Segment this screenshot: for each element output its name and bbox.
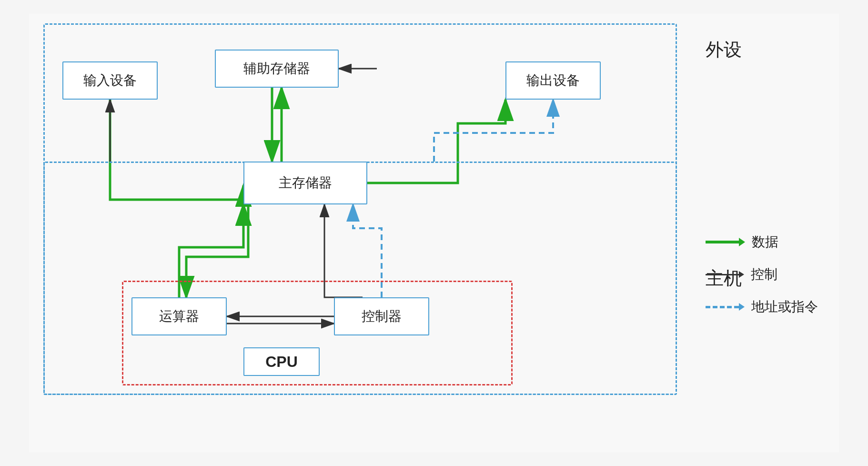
legend: 数据 控制 地址或指令 <box>706 233 818 316</box>
legend-addr-label: 地址或指令 <box>751 298 818 316</box>
waishhe-label: 外设 <box>706 38 742 62</box>
output-device-label: 输出设备 <box>526 71 580 90</box>
main-memory-label: 主存储器 <box>279 174 332 192</box>
main-memory-box: 主存储器 <box>243 162 367 204</box>
cpu-label-box: CPU <box>243 347 320 376</box>
legend-data-arrowhead <box>739 238 745 246</box>
diagram-container: 输入设备 辅助存储器 输出设备 主存储器 运算器 控制器 CPU 外设 主机 <box>29 14 839 452</box>
legend-control-label: 控制 <box>751 265 777 284</box>
legend-control-line <box>706 274 739 275</box>
input-device-box: 输入设备 <box>62 61 158 100</box>
aux-storage-box: 辅助存储器 <box>215 50 339 88</box>
cpu-label: CPU <box>265 353 298 371</box>
legend-control-arrowhead <box>739 271 744 278</box>
input-device-label: 输入设备 <box>83 71 137 90</box>
legend-addr-line <box>706 306 739 308</box>
controller-label: 控制器 <box>362 307 402 325</box>
aux-storage-label: 辅助存储器 <box>243 60 310 78</box>
legend-data-label: 数据 <box>752 233 778 251</box>
output-device-box: 输出设备 <box>505 61 601 100</box>
alu-label: 运算器 <box>159 307 199 325</box>
legend-data-item: 数据 <box>706 233 818 251</box>
controller-box: 控制器 <box>334 297 429 335</box>
alu-box: 运算器 <box>131 297 227 335</box>
legend-addr-arrowhead <box>739 303 745 311</box>
legend-control-item: 控制 <box>706 265 818 284</box>
legend-addr-item: 地址或指令 <box>706 298 818 316</box>
legend-data-line <box>706 241 739 243</box>
